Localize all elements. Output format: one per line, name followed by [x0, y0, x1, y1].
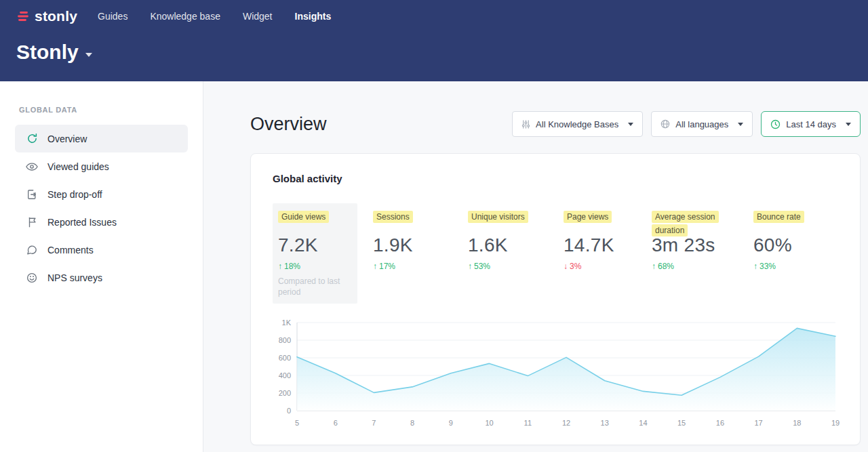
- sidebar-item-label: NPS surveys: [47, 272, 102, 283]
- metric-change: ↓3%: [564, 262, 639, 271]
- svg-text:13: 13: [601, 419, 609, 427]
- metric-change: ↑17%: [373, 262, 456, 271]
- metric-label: Unique visitors: [468, 211, 528, 223]
- svg-text:12: 12: [562, 419, 570, 427]
- svg-text:800: 800: [279, 336, 291, 344]
- chevron-down-icon: [846, 123, 851, 126]
- trend-up-icon: ↑: [753, 262, 757, 271]
- svg-text:600: 600: [279, 354, 291, 362]
- svg-text:14: 14: [639, 419, 647, 427]
- svg-text:10: 10: [485, 419, 493, 427]
- metrics-row: Guide views 7.2K ↑18% Compared to last p…: [273, 203, 838, 304]
- smiley-icon: [26, 272, 38, 284]
- nav-row: stonly Guides Knowledge base Widget Insi…: [16, 0, 852, 33]
- svg-text:18: 18: [793, 419, 801, 427]
- metric-avg-session-duration[interactable]: Average session duration 3m 23s ↑68%: [646, 203, 748, 276]
- trend-up-icon: ↑: [278, 262, 282, 271]
- stonly-logo[interactable]: stonly: [16, 8, 77, 24]
- primary-nav: Guides Knowledge base Widget Insights: [98, 11, 331, 22]
- svg-text:200: 200: [279, 389, 291, 397]
- page-title: Overview: [250, 114, 327, 135]
- metric-unique-visitors[interactable]: Unique visitors 1.6K ↑53%: [462, 203, 558, 276]
- svg-text:0: 0: [287, 407, 291, 415]
- chart-canvas: 02004006008001K5678910111213141516171819: [273, 314, 840, 431]
- metric-label: Bounce rate: [753, 211, 804, 223]
- nav-item-guides[interactable]: Guides: [98, 11, 127, 22]
- svg-text:11: 11: [524, 419, 532, 427]
- sidebar-item-label: Reported Issues: [47, 217, 117, 228]
- trend-up-icon: ↑: [373, 262, 377, 271]
- metric-value: 3m 23s: [652, 234, 741, 256]
- svg-text:1K: 1K: [282, 319, 292, 327]
- metric-label: Guide views: [278, 211, 329, 223]
- sidebar-item-reported-issues[interactable]: Reported Issues: [15, 208, 188, 236]
- filter-label: Last 14 days: [786, 119, 836, 129]
- metric-change: ↑18%: [278, 262, 351, 271]
- activity-area-chart: 02004006008001K5678910111213141516171819: [273, 314, 838, 434]
- workspace-selector[interactable]: Stonly: [16, 41, 852, 64]
- globe-icon: [660, 119, 670, 129]
- metric-label: Average session duration: [652, 211, 719, 237]
- svg-text:8: 8: [410, 419, 414, 427]
- trend-down-icon: ↓: [564, 262, 568, 271]
- workspace-title: Stonly: [16, 41, 79, 64]
- svg-text:19: 19: [831, 419, 840, 427]
- metric-change: ↑53%: [468, 262, 551, 271]
- sidebar-item-label: Step drop-off: [47, 189, 102, 200]
- filter-label: All languages: [675, 119, 728, 129]
- metric-change: ↑33%: [753, 262, 831, 271]
- metric-change: ↑68%: [652, 262, 741, 271]
- sidebar-item-step-drop-off[interactable]: Step drop-off: [15, 180, 188, 208]
- sidebar-item-nps-surveys[interactable]: NPS surveys: [15, 264, 188, 291]
- metric-label: Page views: [564, 211, 612, 223]
- card-title: Global activity: [273, 173, 838, 184]
- metric-value: 1.9K: [373, 234, 456, 256]
- sidebar-item-overview[interactable]: Overview: [15, 125, 188, 152]
- metric-guide-views[interactable]: Guide views 7.2K ↑18% Compared to last p…: [273, 203, 357, 304]
- sidebar-section-label: GLOBAL DATA: [0, 106, 203, 114]
- nav-item-insights[interactable]: Insights: [295, 11, 332, 22]
- metric-bounce-rate[interactable]: Bounce rate 60% ↑33%: [748, 203, 838, 276]
- sidebar: GLOBAL DATA Overview Viewed guides: [0, 81, 203, 452]
- sidebar-item-label: Comments: [47, 245, 94, 255]
- svg-text:5: 5: [295, 419, 299, 427]
- svg-text:9: 9: [449, 419, 453, 427]
- date-range-filter[interactable]: Last 14 days: [761, 111, 861, 137]
- comment-icon: [26, 244, 38, 256]
- metric-label: Sessions: [373, 211, 413, 223]
- sidebar-item-label: Viewed guides: [47, 161, 109, 172]
- chevron-down-icon: [628, 123, 633, 126]
- chevron-down-icon: [738, 123, 743, 126]
- nav-item-knowledge-base[interactable]: Knowledge base: [150, 11, 220, 22]
- svg-text:7: 7: [372, 419, 376, 427]
- sidebar-item-comments[interactable]: Comments: [15, 236, 188, 264]
- filter-label: All Knowledge Bases: [536, 119, 618, 129]
- trend-up-icon: ↑: [652, 262, 656, 271]
- metric-note: Compared to last period: [278, 276, 350, 297]
- top-navbar: stonly Guides Knowledge base Widget Insi…: [0, 0, 868, 81]
- language-filter[interactable]: All languages: [651, 111, 753, 137]
- main-content: Overview All Knowledge Bases: [203, 81, 868, 452]
- logo-text: stonly: [35, 8, 77, 24]
- clock-icon: [770, 119, 781, 129]
- svg-text:16: 16: [716, 419, 724, 427]
- svg-text:400: 400: [279, 371, 291, 379]
- trend-up-icon: ↑: [468, 262, 472, 271]
- metric-value: 60%: [753, 234, 831, 256]
- eye-icon: [26, 161, 38, 173]
- metric-sessions[interactable]: Sessions 1.9K ↑17%: [368, 203, 462, 276]
- global-activity-card: Global activity Guide views 7.2K ↑18% Co…: [250, 153, 861, 445]
- svg-text:17: 17: [754, 419, 762, 427]
- nav-item-widget[interactable]: Widget: [243, 11, 273, 22]
- stonly-logo-icon: [16, 9, 30, 23]
- knowledge-base-filter[interactable]: All Knowledge Bases: [512, 111, 643, 137]
- refresh-icon: [26, 133, 38, 145]
- metric-page-views[interactable]: Page views 14.7K ↓3%: [558, 203, 646, 276]
- metric-value: 14.7K: [564, 234, 639, 256]
- flag-icon: [26, 216, 38, 228]
- sidebar-item-viewed-guides[interactable]: Viewed guides: [15, 152, 188, 180]
- metric-value: 7.2K: [278, 234, 351, 256]
- filter-bar: All Knowledge Bases All languages: [512, 111, 861, 137]
- chevron-down-icon: [85, 53, 92, 57]
- sidebar-item-label: Overview: [47, 133, 87, 144]
